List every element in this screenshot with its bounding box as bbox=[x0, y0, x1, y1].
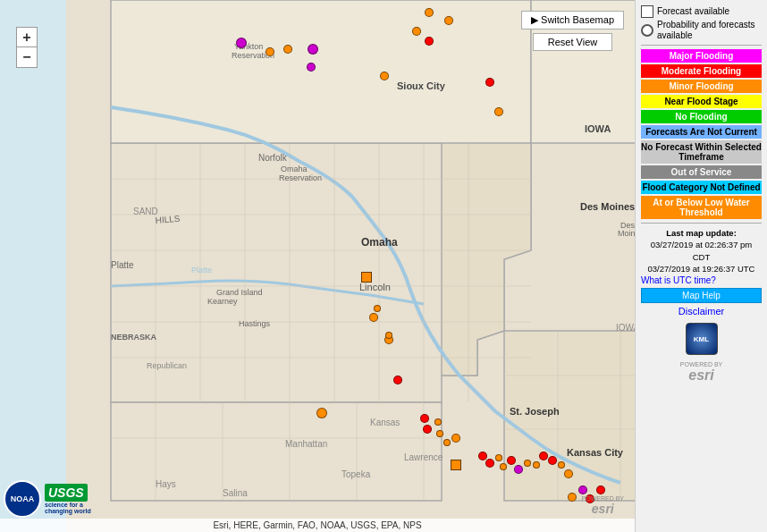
forecast-available-symbol bbox=[641, 5, 653, 18]
svg-text:Grand Island: Grand Island bbox=[216, 288, 263, 297]
map-marker[interactable] bbox=[451, 434, 460, 443]
svg-text:Hays: Hays bbox=[156, 479, 176, 489]
map-marker[interactable] bbox=[385, 332, 392, 339]
map-marker[interactable] bbox=[485, 459, 494, 468]
map-marker[interactable] bbox=[514, 465, 523, 474]
map-marker[interactable] bbox=[507, 456, 516, 465]
map-marker[interactable] bbox=[524, 460, 531, 467]
switch-basemap-button[interactable]: ▶ Switch Basemap bbox=[521, 11, 624, 30]
map-marker[interactable] bbox=[412, 27, 421, 36]
map-marker[interactable] bbox=[443, 439, 451, 446]
noaa-logo: NOAA bbox=[4, 480, 41, 518]
map-marker[interactable] bbox=[434, 418, 442, 426]
utc-time-link[interactable]: What is UTC time? bbox=[641, 275, 716, 285]
svg-text:Kansas City: Kansas City bbox=[567, 447, 624, 458]
map-marker[interactable] bbox=[495, 454, 502, 461]
svg-text:Des Moines: Des Moines bbox=[580, 201, 635, 212]
esri-logo-legend: POWERED BY esri bbox=[641, 361, 762, 384]
map-marker[interactable] bbox=[316, 408, 327, 418]
svg-text:NEBRASKA: NEBRASKA bbox=[111, 333, 157, 342]
map-help-button[interactable]: Map Help bbox=[641, 288, 762, 303]
map-marker[interactable] bbox=[548, 456, 557, 465]
usgs-tagline: science for a changing world bbox=[45, 502, 107, 514]
legend-low-water: At or Below Low Water Threshold bbox=[641, 196, 762, 219]
svg-text:Sioux City: Sioux City bbox=[397, 80, 446, 91]
legend-flood-category: Flood Category Not Defined bbox=[641, 181, 762, 194]
legend-no-flooding: No Flooding bbox=[641, 110, 762, 123]
map-marker[interactable] bbox=[374, 305, 381, 312]
zoom-controls: + − bbox=[16, 27, 38, 68]
legend-probability: Probability and forecasts available bbox=[641, 20, 762, 41]
map-attribution: Esri, HERE, Garmin, FAO, NOAA, USGS, EPA… bbox=[0, 519, 635, 532]
esri-attribution: POWERED BY esri bbox=[582, 495, 624, 516]
map-marker[interactable] bbox=[380, 72, 389, 80]
zoom-out-button[interactable]: − bbox=[17, 47, 37, 67]
svg-text:Reservation: Reservation bbox=[279, 173, 322, 182]
map-marker[interactable] bbox=[533, 461, 540, 469]
zoom-in-button[interactable]: + bbox=[17, 28, 37, 47]
legend-probability-label: Probability and forecasts available bbox=[657, 20, 762, 41]
map-marker[interactable] bbox=[420, 414, 429, 423]
map-marker[interactable] bbox=[369, 313, 378, 322]
map-marker[interactable] bbox=[451, 460, 461, 470]
map-marker[interactable] bbox=[266, 47, 274, 56]
svg-text:Platte: Platte bbox=[191, 266, 212, 274]
svg-marker-6 bbox=[111, 0, 531, 143]
svg-text:Omaha: Omaha bbox=[361, 236, 398, 249]
map-marker[interactable] bbox=[485, 78, 494, 87]
legend-forecast-available: Forecast available bbox=[641, 5, 762, 18]
svg-text:Topeka: Topeka bbox=[341, 469, 371, 479]
svg-text:Republican: Republican bbox=[147, 361, 187, 370]
map-marker[interactable] bbox=[596, 486, 605, 494]
svg-text:St. Joseph: St. Joseph bbox=[510, 406, 560, 417]
map-marker[interactable] bbox=[568, 493, 577, 502]
legend-moderate-flooding: Moderate Flooding bbox=[641, 64, 762, 78]
usgs-logo: USGS bbox=[45, 484, 88, 502]
map-marker[interactable] bbox=[283, 45, 292, 54]
svg-text:Omaha: Omaha bbox=[281, 165, 308, 173]
map-marker[interactable] bbox=[578, 486, 587, 494]
map-marker[interactable] bbox=[494, 107, 503, 116]
svg-text:Kearney: Kearney bbox=[207, 297, 238, 306]
map-marker[interactable] bbox=[425, 8, 434, 17]
map-marker[interactable] bbox=[425, 37, 434, 46]
legend-forecast-label: Forecast available bbox=[657, 6, 729, 17]
svg-text:Lawrence: Lawrence bbox=[404, 452, 443, 462]
svg-text:Kansas: Kansas bbox=[370, 418, 400, 427]
map-marker[interactable] bbox=[393, 376, 402, 384]
legend-out-of-service: Out of Service bbox=[641, 165, 762, 179]
reset-view-button[interactable]: Reset View bbox=[533, 33, 612, 51]
svg-text:IOWA: IOWA bbox=[585, 123, 611, 134]
legend-minor-flooding: Minor Flooding bbox=[641, 80, 762, 93]
map-marker[interactable] bbox=[236, 38, 247, 48]
probability-symbol bbox=[641, 24, 653, 37]
map-marker[interactable] bbox=[307, 63, 316, 72]
map-marker[interactable] bbox=[436, 430, 443, 437]
map-marker[interactable] bbox=[539, 452, 548, 460]
map-marker[interactable] bbox=[558, 461, 565, 469]
legend-panel: Forecast available Probability and forec… bbox=[635, 0, 767, 532]
disclaimer-link[interactable]: Disclaimer bbox=[641, 306, 762, 317]
map-marker[interactable] bbox=[423, 425, 432, 434]
map-container: Yankton Reservation Sioux City IOWA Norf… bbox=[0, 0, 767, 532]
map-marker[interactable] bbox=[308, 44, 318, 55]
logos-area: NOAA USGS science for a changing world bbox=[4, 480, 107, 518]
svg-text:Salina: Salina bbox=[223, 488, 248, 498]
svg-text:SAND: SAND bbox=[133, 207, 158, 216]
map-marker[interactable] bbox=[500, 463, 507, 470]
map-marker[interactable] bbox=[361, 272, 372, 283]
map-update-info: Last map update: 03/27/2019 at 02:26:37 … bbox=[641, 227, 762, 274]
kml-icon[interactable]: KML bbox=[686, 323, 718, 355]
svg-text:Platte: Platte bbox=[111, 260, 134, 270]
map-action-controls: ▶ Switch Basemap Reset View bbox=[521, 11, 624, 51]
legend-forecasts-not-current: Forecasts Are Not Current bbox=[641, 125, 762, 139]
svg-text:Hastings: Hastings bbox=[239, 319, 271, 328]
legend-no-forecast: No Forecast Within Selected Timeframe bbox=[641, 140, 762, 164]
svg-text:Norfolk: Norfolk bbox=[258, 153, 288, 163]
legend-near-flood: Near Flood Stage bbox=[641, 95, 762, 108]
map-marker[interactable] bbox=[564, 469, 573, 478]
svg-text:Manhattan: Manhattan bbox=[285, 439, 327, 449]
map-marker[interactable] bbox=[444, 16, 453, 25]
svg-text:Lincoln: Lincoln bbox=[359, 282, 391, 292]
legend-major-flooding: Major Flooding bbox=[641, 49, 762, 63]
